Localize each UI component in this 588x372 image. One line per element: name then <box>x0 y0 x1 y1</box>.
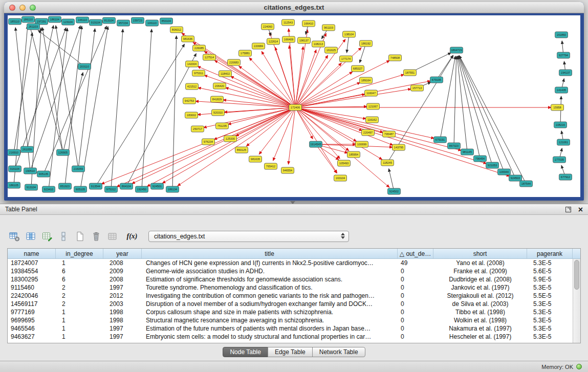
graph-node[interactable]: 220684 <box>252 43 265 49</box>
graph-edge[interactable] <box>239 66 295 107</box>
graph-edge[interactable] <box>295 81 430 107</box>
cell-year[interactable]: 2003 <box>103 300 142 308</box>
cell-year[interactable]: 1997 <box>103 324 142 333</box>
graph-node[interactable]: 121067 <box>367 103 380 110</box>
cell-pagerank[interactable]: 5.3E-5 <box>527 333 573 341</box>
graph-node[interactable]: 841829 <box>211 96 224 102</box>
graph-edge[interactable] <box>295 107 393 145</box>
table-row[interactable]: 946362711997Embryonic stem cells: a mode… <box>8 333 573 341</box>
column-header-title[interactable]: title <box>142 249 398 258</box>
graph-node[interactable]: 125330 <box>224 136 237 142</box>
cell-in_degree[interactable]: 1 <box>56 316 103 324</box>
graph-edge[interactable] <box>262 51 295 107</box>
cell-short[interactable]: Dudbridge et al. (2008) <box>433 275 527 283</box>
graph-node[interactable]: 122614 <box>267 38 280 45</box>
graph-edge[interactable] <box>117 107 295 187</box>
graph-node[interactable]: 161625 <box>325 47 338 53</box>
graph-node[interactable]: 186134 <box>166 186 179 192</box>
table-row[interactable]: 1872400712008Changes of HCN gene express… <box>8 259 573 267</box>
table-row[interactable]: 969969511998Structural magnetic resonanc… <box>8 316 573 324</box>
cell-title[interactable]: Estimation of the future numbers of pati… <box>142 324 398 333</box>
graph-node[interactable]: 261103 <box>27 24 40 30</box>
graph-node[interactable]: 924503 <box>509 175 522 181</box>
graph-edge[interactable] <box>410 53 451 73</box>
graph-node[interactable]: 185954 <box>347 151 360 158</box>
graph-node[interactable]: 224060 <box>262 24 274 30</box>
cell-year[interactable]: 1997 <box>103 283 142 292</box>
cell-out_de[interactable]: 49 <box>398 259 433 267</box>
graph-node[interactable]: 118402 <box>219 71 232 77</box>
cell-out_de[interactable]: 0 <box>398 316 433 324</box>
cell-short[interactable]: Franke et al. (2009) <box>433 267 527 275</box>
graph-node[interactable]: 851923 <box>59 183 72 189</box>
cell-short[interactable]: de Silva et al. (2003) <box>433 300 527 308</box>
function-builder-button[interactable]: f(x) <box>125 230 139 243</box>
cell-short[interactable]: Jankovic et al. (1997) <box>433 283 527 292</box>
graph-node[interactable]: 261059 <box>21 146 34 152</box>
graph-node[interactable]: 146110 <box>76 17 89 23</box>
graph-node[interactable]: 216910 <box>8 149 20 156</box>
graph-edge[interactable] <box>96 44 185 186</box>
graph-node[interactable]: 813104 <box>103 17 116 24</box>
graph-node[interactable]: 923410 <box>42 186 55 192</box>
graph-edge[interactable] <box>295 82 360 107</box>
graph-node[interactable]: 166410 <box>302 20 315 27</box>
graph-node[interactable]: 913104 <box>25 184 38 190</box>
graph-node[interactable]: 108216 <box>554 122 567 128</box>
graph-node[interactable]: 159723 <box>132 17 144 24</box>
graph-node[interactable]: 186110 <box>22 16 35 23</box>
graph-node[interactable]: 981636 <box>182 36 194 42</box>
window-titlebar[interactable]: citations_edges.txt <box>4 2 584 13</box>
graph-node[interactable]: 163104 <box>334 175 347 181</box>
graph-node[interactable]: 142004 <box>186 61 199 67</box>
graph-node[interactable]: 748508 <box>389 55 402 61</box>
graph-node[interactable]: 106944 <box>498 169 511 175</box>
graph-node[interactable]: 177174 <box>340 56 353 62</box>
graph-node[interactable]: 220683 <box>228 59 241 65</box>
graph-node[interactable]: 100699 <box>356 141 368 147</box>
cell-title[interactable]: Corpus callosum shape and size in male p… <box>142 308 398 316</box>
graph-node[interactable]: 975312 <box>105 186 118 192</box>
graph-edge[interactable] <box>316 144 393 147</box>
table-row[interactable]: 946554611997Estimation of the future num… <box>8 324 573 333</box>
minimize-window-button[interactable] <box>19 5 26 11</box>
cell-title[interactable]: Disruption of a novel member of a sodium… <box>142 300 398 308</box>
cell-out_de[interactable]: 0 <box>398 292 433 300</box>
graph-node[interactable]: 981635 <box>249 156 262 162</box>
cell-out_de[interactable]: 0 <box>398 283 433 292</box>
cell-in_degree[interactable]: 1 <box>56 259 103 267</box>
graph-node[interactable]: 677912 <box>559 174 572 180</box>
table-options-button[interactable] <box>7 230 21 243</box>
graph-node[interactable]: 905135 <box>37 171 50 177</box>
table-selector-dropdown[interactable]: citations_edges.txt <box>148 231 349 242</box>
graph-edge[interactable] <box>78 29 95 169</box>
graph-edge[interactable] <box>126 54 196 186</box>
cell-pagerank[interactable]: 5.3E-5 <box>527 308 573 316</box>
cell-short[interactable]: Nakamura et al. (1997) <box>433 324 527 333</box>
cell-pagerank[interactable]: 5.3E-5 <box>527 259 573 267</box>
cell-year[interactable]: 2008 <box>103 259 142 267</box>
graph-node[interactable]: 806012 <box>170 27 183 33</box>
cell-short[interactable]: Hescheler et al. (1997) <box>433 333 527 341</box>
graph-node[interactable]: 765412 <box>265 163 277 169</box>
graph-node[interactable]: 919104 <box>90 19 102 26</box>
graph-node[interactable]: 1864729 <box>450 47 463 53</box>
graph-node[interactable]: 116047 <box>365 90 378 96</box>
column-header-pagerank[interactable]: pagerank <box>527 249 573 258</box>
cell-name[interactable]: 18300295 <box>8 275 56 283</box>
graph-node[interactable]: 126905 <box>57 149 70 156</box>
graph-node[interactable]: 685327 <box>352 65 364 72</box>
graph-node[interactable]: 186105 <box>8 182 20 188</box>
graph-node[interactable]: 924502 <box>388 188 401 194</box>
graph-node[interactable]: 186192 <box>360 40 373 47</box>
graph-node[interactable]: 183002 <box>185 112 198 118</box>
cell-name[interactable]: 18724007 <box>8 259 56 267</box>
vertical-scrollbar[interactable] <box>573 259 580 343</box>
graph-node[interactable]: 216059 <box>72 166 85 172</box>
graph-node[interactable]: 166409 <box>282 36 295 42</box>
float-panel-icon[interactable] <box>565 207 571 212</box>
graph-node[interactable]: 867323 <box>448 143 461 149</box>
graph-node[interactable]: 106110 <box>146 20 159 26</box>
graph-edge[interactable] <box>30 26 80 171</box>
graph-edge[interactable] <box>162 107 295 183</box>
